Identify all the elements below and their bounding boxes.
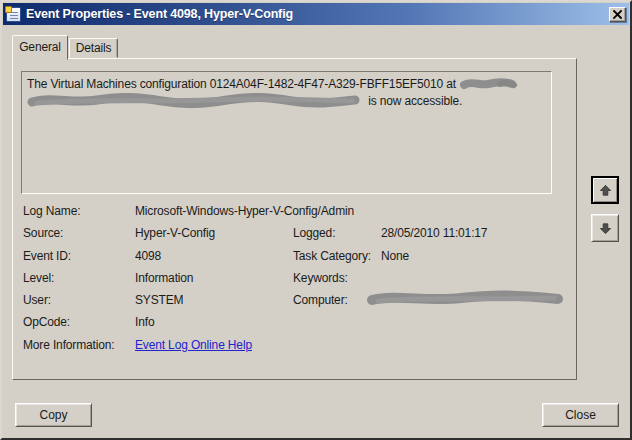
field-value: Hyper-V-Config <box>135 226 215 240</box>
x-glyph <box>613 10 622 19</box>
field-label: OpCode: <box>23 315 70 329</box>
field-label: User: <box>23 293 51 307</box>
tab-general[interactable]: General <box>12 35 68 60</box>
copy-button[interactable]: Copy <box>15 403 92 427</box>
down-arrow-icon <box>598 221 613 236</box>
field-label: Computer: <box>293 293 348 307</box>
field-label: Logged: <box>293 226 335 240</box>
previous-event-button[interactable] <box>591 176 619 204</box>
field-value: Info <box>135 315 154 329</box>
window-title: Event Properties - Event 4098, Hyper-V-C… <box>26 7 609 21</box>
field-row-level-keywords: Level: Information Keywords: <box>13 271 578 288</box>
field-label: Keywords: <box>293 271 348 285</box>
field-value: Information <box>135 271 193 285</box>
field-value: 4098 <box>135 249 161 263</box>
redaction-scribble <box>27 93 363 108</box>
field-label: Log Name: <box>23 204 80 218</box>
description-line-1: The Virtual Machines configuration 0124A… <box>27 76 546 93</box>
redaction-scribble <box>366 290 566 306</box>
title-bar[interactable]: Event Properties - Event 4098, Hyper-V-C… <box>3 3 629 25</box>
field-row-log-name: Log Name: Microsoft-Windows-Hyper-V-Conf… <box>13 204 578 221</box>
close-icon[interactable] <box>609 7 626 22</box>
up-arrow-icon <box>598 183 613 198</box>
field-label: Source: <box>23 226 63 240</box>
event-description-box[interactable]: The Virtual Machines configuration 0124A… <box>21 71 552 194</box>
field-value: SYSTEM <box>135 293 183 307</box>
field-row-source-logged: Source: Hyper-V-Config Logged: 28/05/201… <box>13 226 578 243</box>
tab-general-label: General <box>19 40 61 54</box>
field-row-user-computer: User: SYSTEM Computer: <box>13 293 578 310</box>
field-row-more-information: More Information: Event Log Online Help <box>13 338 578 355</box>
field-value: Microsoft-Windows-Hyper-V-Config/Admin <box>135 204 354 218</box>
field-row-eventid-taskcategory: Event ID: 4098 Task Category: None <box>13 249 578 266</box>
next-event-button[interactable] <box>591 214 619 242</box>
field-value: 28/05/2010 11:01:17 <box>381 226 487 240</box>
field-row-opcode: OpCode: Info <box>13 315 578 332</box>
tab-details[interactable]: Details <box>69 38 118 58</box>
field-label: More Information: <box>23 338 115 352</box>
field-label: Level: <box>23 271 54 285</box>
field-value: None <box>381 249 409 263</box>
field-label: Task Category: <box>293 249 371 263</box>
redaction-scribble <box>460 77 518 91</box>
event-log-online-help-link[interactable]: Event Log Online Help <box>135 338 252 352</box>
tab-details-label: Details <box>76 41 112 55</box>
description-line-2: is now accessible. <box>27 93 546 110</box>
event-log-icon <box>6 7 21 22</box>
event-properties-dialog: Event Properties - Event 4098, Hyper-V-C… <box>0 0 632 440</box>
close-button[interactable]: Close <box>542 403 619 427</box>
general-tab-page: The Virtual Machines configuration 0124A… <box>12 58 577 380</box>
field-label: Event ID: <box>23 249 71 263</box>
